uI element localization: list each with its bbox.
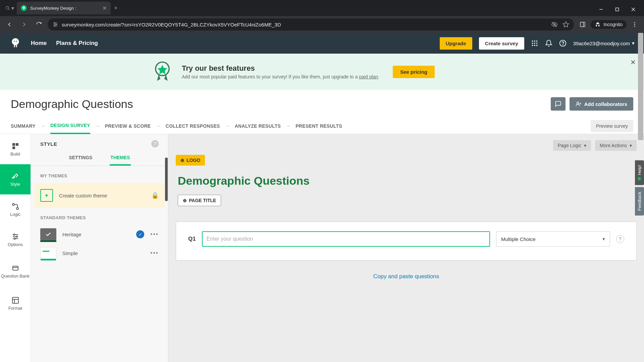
browser-menu-button[interactable] — [629, 18, 641, 31]
rail-question-bank[interactable]: Question Bank — [0, 255, 31, 288]
tab-close-icon[interactable]: ✕ — [102, 5, 107, 11]
rail-format[interactable]: Format — [0, 288, 31, 318]
rail-options[interactable]: Options — [0, 225, 31, 255]
bookmark-star-icon[interactable] — [562, 21, 569, 28]
see-pricing-button[interactable]: See pricing — [393, 66, 435, 78]
canvas-survey-title[interactable]: Demographic Questions — [178, 174, 637, 187]
new-tab-button[interactable]: + — [111, 3, 121, 14]
svg-point-42 — [14, 238, 15, 239]
caret-down-icon: ▾ — [584, 143, 586, 148]
apps-grid-icon[interactable] — [531, 40, 538, 47]
rail-style[interactable]: Style — [0, 164, 31, 194]
rail-build[interactable]: Build — [0, 134, 31, 164]
caret-down-icon: ▾ — [602, 236, 605, 242]
app-topnav: Home Plans & Pricing Upgrade Create surv… — [0, 33, 644, 54]
feedback-side-tab[interactable]: Feedback — [635, 187, 644, 216]
reload-button[interactable] — [33, 18, 45, 31]
plus-icon: + — [40, 189, 53, 202]
url-text: surveymonkey.com/create/?sm=rsYO2R2V0EQO… — [62, 22, 281, 27]
promo-banner: Try our best features Add our most popul… — [0, 54, 644, 90]
theme-more-icon[interactable]: ••• — [150, 250, 159, 257]
add-person-icon — [576, 101, 582, 107]
step-present[interactable]: PRESENT RESULTS — [296, 119, 342, 133]
promo-close-icon[interactable]: ✕ — [630, 58, 636, 66]
tab-search-button[interactable]: ▾ — [3, 4, 17, 13]
tab-settings[interactable]: SETTINGS — [68, 151, 93, 166]
nav-plans[interactable]: Plans & Pricing — [56, 40, 98, 47]
rail-logic[interactable]: Logic — [0, 194, 31, 225]
tab-themes[interactable]: THEMES — [110, 151, 130, 166]
accessibility-icon[interactable]: ✓ — [136, 230, 144, 238]
upgrade-button[interactable]: Upgrade — [440, 37, 472, 50]
add-logo-button[interactable]: ⊕ LOGO — [176, 155, 205, 166]
svg-point-6 — [56, 24, 57, 25]
theme-simple[interactable]: Simple ••• — [31, 244, 168, 262]
step-preview[interactable]: PREVIEW & SCORE — [105, 119, 151, 133]
design-canvas: Page Logic▾ More Actions▾ ⊕ LOGO Demogra… — [168, 134, 644, 362]
add-page-title-button[interactable]: ⊕ PAGE TITLE — [178, 195, 221, 206]
browser-toolbar: surveymonkey.com/create/?sm=rsYO2R2V0EQO… — [0, 16, 644, 33]
svg-point-21 — [536, 43, 537, 44]
svg-rect-33 — [16, 143, 18, 146]
window-maximize-button[interactable] — [609, 3, 625, 16]
promo-title: Try our best features — [182, 64, 379, 73]
step-collect[interactable]: COLLECT RESPONSES — [165, 119, 220, 133]
question-text-input[interactable] — [202, 231, 490, 247]
tab-title: SurveyMonkey Design : — [30, 6, 76, 11]
browser-tab-strip: ▾ SurveyMonkey Design : ✕ + — [0, 0, 644, 16]
copy-paste-questions-link[interactable]: Copy and paste questions — [176, 273, 637, 280]
brand-logo-icon[interactable] — [9, 37, 21, 49]
incognito-chip[interactable]: Incognito — [591, 20, 627, 29]
svg-rect-1 — [616, 8, 619, 11]
question-type-select[interactable]: Multiple Choice ▾ — [496, 231, 610, 247]
theme-heritage[interactable]: Heritage ✓ ••• — [31, 225, 168, 244]
create-survey-button[interactable]: Create survey — [479, 37, 524, 50]
browser-tab[interactable]: SurveyMonkey Design : ✕ — [17, 2, 111, 14]
side-tabs: Help! Feedback — [635, 160, 644, 216]
svg-point-17 — [534, 41, 535, 42]
step-design[interactable]: DESIGN SURVEY — [50, 118, 90, 134]
window-minimize-button[interactable] — [593, 3, 609, 16]
panel-scrollbar[interactable] — [165, 158, 168, 201]
page-scrollbar[interactable] — [638, 33, 643, 140]
more-actions-dropdown[interactable]: More Actions▾ — [595, 140, 637, 151]
nav-home[interactable]: Home — [31, 40, 47, 47]
address-bar[interactable]: surveymonkey.com/create/?sm=rsYO2R2V0EQO… — [48, 18, 574, 31]
back-button[interactable] — [3, 18, 15, 31]
question-help-icon[interactable]: ? — [616, 235, 624, 243]
question-card: Q1 Multiple Choice ▾ ? — [176, 222, 637, 260]
page-logic-dropdown[interactable]: Page Logic▾ — [553, 140, 591, 151]
svg-point-7 — [54, 25, 55, 26]
step-summary[interactable]: SUMMARY — [11, 119, 36, 133]
notifications-icon[interactable] — [545, 40, 552, 47]
window-close-button[interactable] — [625, 3, 641, 16]
panel-help-icon[interactable]: ? — [151, 140, 159, 147]
side-panel-icon[interactable] — [577, 18, 589, 31]
sm-favicon-icon — [21, 5, 27, 11]
incognito-icon — [595, 21, 601, 27]
bank-icon — [11, 264, 19, 272]
eye-off-icon[interactable] — [551, 21, 558, 28]
paid-plan-link[interactable]: paid plan — [359, 74, 378, 79]
preview-survey-button[interactable]: Preview survey — [591, 120, 633, 132]
comments-button[interactable] — [551, 97, 566, 111]
site-settings-icon[interactable] — [52, 21, 58, 27]
svg-point-13 — [634, 22, 635, 23]
forward-button[interactable] — [18, 18, 30, 31]
add-collaborators-button[interactable]: Add collaborators — [570, 97, 633, 111]
user-menu[interactable]: 39ac6e23@moodjoy.com ▾ — [573, 40, 635, 46]
help-icon[interactable] — [559, 40, 567, 47]
svg-rect-32 — [12, 143, 15, 146]
plus-circle-icon: ⊕ — [183, 198, 187, 203]
wizard-steps: SUMMARY → DESIGN SURVEY → PREVIEW & SCOR… — [0, 118, 644, 134]
theme-more-icon[interactable]: ••• — [150, 231, 159, 238]
create-custom-theme[interactable]: + Create custom theme 🔒 — [34, 183, 165, 208]
step-analyze[interactable]: ANALYZE RESULTS — [235, 119, 281, 133]
help-side-tab[interactable]: Help! — [635, 160, 644, 185]
theme-heritage-swatch — [40, 228, 56, 240]
svg-point-16 — [532, 41, 533, 42]
svg-rect-34 — [12, 146, 15, 149]
svg-point-0 — [6, 6, 9, 9]
question-number: Q1 — [188, 236, 196, 242]
survey-title[interactable]: Demographic Questions — [11, 98, 133, 111]
